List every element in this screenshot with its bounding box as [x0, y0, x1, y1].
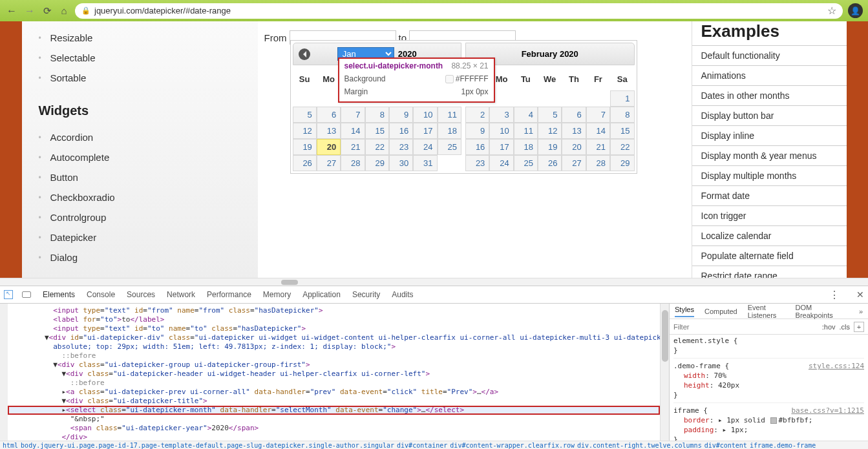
sidebar-item[interactable]: Dialog	[35, 247, 258, 267]
calendar-day[interactable]: 12	[293, 123, 317, 139]
calendar-day[interactable]: 4	[514, 107, 538, 123]
example-item[interactable]: Restrict date range	[692, 266, 847, 278]
hov-toggle[interactable]: :hov	[822, 323, 836, 331]
calendar-day[interactable]: 2	[465, 107, 489, 123]
calendar-day[interactable]: 15	[365, 123, 389, 139]
calendar-day[interactable]: 22	[610, 139, 634, 155]
calendar-day[interactable]: 24	[413, 139, 437, 155]
example-item[interactable]: Localize calendar	[692, 226, 847, 246]
calendar-day[interactable]: 13	[562, 123, 586, 139]
example-item[interactable]: Icon trigger	[692, 206, 847, 226]
calendar-day[interactable]: 9	[389, 107, 413, 123]
example-item[interactable]: Animations	[692, 66, 847, 86]
avatar[interactable]: 👤	[848, 3, 863, 18]
device-toggle-icon[interactable]	[22, 291, 31, 298]
sidebar-item[interactable]: Autocomplete	[35, 147, 258, 167]
sidebar-item[interactable]: Button	[35, 167, 258, 187]
calendar-day[interactable]: 15	[610, 123, 634, 139]
calendar-day[interactable]: 25	[514, 155, 538, 171]
calendar-day[interactable]: 8	[610, 107, 634, 123]
devtools-tab[interactable]: Security	[352, 290, 380, 299]
calendar-day[interactable]: 7	[586, 107, 610, 123]
calendar-day[interactable]: 3	[489, 107, 513, 123]
calendar-day[interactable]: 22	[365, 139, 389, 155]
calendar-day[interactable]: 16	[389, 123, 413, 139]
devtools-tab[interactable]: Performance	[207, 290, 251, 299]
calendar-day[interactable]: 17	[413, 123, 437, 139]
styles-tab[interactable]: Computed	[704, 308, 737, 315]
example-item[interactable]: Dates in other months	[692, 86, 847, 106]
cls-toggle[interactable]: .cls	[840, 323, 851, 331]
devtools-tab[interactable]: Console	[87, 290, 115, 299]
add-rule-icon[interactable]: +	[854, 322, 864, 332]
calendar-day[interactable]: 19	[293, 139, 317, 155]
calendar-day[interactable]: 25	[438, 139, 461, 155]
devtools-tab[interactable]: Elements	[43, 290, 75, 299]
styles-filter-input[interactable]	[673, 323, 818, 331]
calendar-day[interactable]: 8	[365, 107, 389, 123]
calendar-day[interactable]: 29	[610, 155, 634, 171]
calendar-day[interactable]: 12	[538, 123, 562, 139]
calendar-day[interactable]: 10	[489, 123, 513, 139]
sidebar-item[interactable]: Checkboxradio	[35, 187, 258, 207]
star-icon[interactable]: ☆	[827, 5, 836, 17]
reload-icon[interactable]: ⟳	[41, 5, 53, 17]
sidebar-item[interactable]: Accordion	[35, 127, 258, 147]
devtools-tab[interactable]: Audits	[392, 290, 413, 299]
devtools-menu-icon[interactable]: ⋮	[829, 289, 840, 301]
calendar-day[interactable]: 14	[586, 123, 610, 139]
sidebar-item[interactable]: Controlgroup	[35, 207, 258, 227]
calendar-day[interactable]: 27	[562, 155, 586, 171]
calendar-day[interactable]: 28	[341, 155, 365, 171]
calendar-day[interactable]: 18	[514, 139, 538, 155]
calendar-day[interactable]: 7	[341, 107, 365, 123]
calendar-day[interactable]: 21	[586, 139, 610, 155]
calendar-day[interactable]: 5	[538, 107, 562, 123]
calendar-day[interactable]: 24	[489, 155, 513, 171]
styles-tabs-more-icon[interactable]: »	[859, 308, 863, 315]
calendar-day[interactable]: 11	[514, 123, 538, 139]
calendar-day[interactable]: 14	[341, 123, 365, 139]
example-item[interactable]: Display inline	[692, 126, 847, 146]
sidebar-item[interactable]: Selectable	[35, 48, 258, 68]
calendar-day[interactable]: 17	[489, 139, 513, 155]
devtools-tab[interactable]: Memory	[263, 290, 291, 299]
example-item[interactable]: Display month & year menus	[692, 146, 847, 166]
calendar-day[interactable]: 20	[562, 139, 586, 155]
calendar-day[interactable]: 23	[389, 139, 413, 155]
calendar-day[interactable]: 28	[586, 155, 610, 171]
forward-icon[interactable]: →	[23, 5, 36, 17]
calendar-day[interactable]: 16	[465, 139, 489, 155]
devtools-tab[interactable]: Application	[302, 290, 341, 299]
elements-panel[interactable]: <input type="text" id="from" name="from"…	[8, 304, 660, 441]
calendar-day[interactable]: 19	[538, 139, 562, 155]
inspect-icon[interactable]	[4, 290, 13, 299]
calendar-day[interactable]: 20	[317, 139, 341, 155]
back-icon[interactable]: ←	[5, 5, 18, 17]
horizontal-scrollbar[interactable]	[0, 278, 868, 286]
elements-scrollbar[interactable]	[660, 304, 669, 441]
home-icon[interactable]: ⌂	[58, 5, 70, 16]
example-item[interactable]: Display multiple months	[692, 166, 847, 186]
calendar-day[interactable]: 11	[438, 107, 461, 123]
example-item[interactable]: Default functionality	[692, 46, 847, 66]
calendar-day[interactable]: 9	[465, 123, 489, 139]
calendar-day[interactable]: 18	[438, 123, 461, 139]
example-item[interactable]: Populate alternate field	[692, 246, 847, 266]
sidebar-item[interactable]: Sortable	[35, 68, 258, 88]
calendar-day[interactable]: 6	[562, 107, 586, 123]
calendar-day[interactable]: 31	[413, 155, 437, 171]
devtools-tab[interactable]: Sources	[127, 290, 155, 299]
styles-tab[interactable]: Event Listeners	[748, 304, 785, 319]
prev-month-icon[interactable]	[299, 48, 310, 60]
calendar-day[interactable]: 27	[317, 155, 341, 171]
sidebar-item[interactable]: Datepicker	[35, 227, 258, 247]
calendar-day[interactable]: 26	[538, 155, 562, 171]
calendar-day[interactable]: 30	[389, 155, 413, 171]
styles-tab[interactable]: DOM Breakpoints	[796, 304, 838, 319]
calendar-day[interactable]: 26	[293, 155, 317, 171]
example-item[interactable]: Format date	[692, 186, 847, 206]
example-item[interactable]: Display button bar	[692, 106, 847, 126]
url-bar[interactable]: 🔒 jqueryui.com/datepicker/#date-range ☆	[75, 3, 843, 19]
calendar-day[interactable]: 1	[610, 90, 634, 107]
